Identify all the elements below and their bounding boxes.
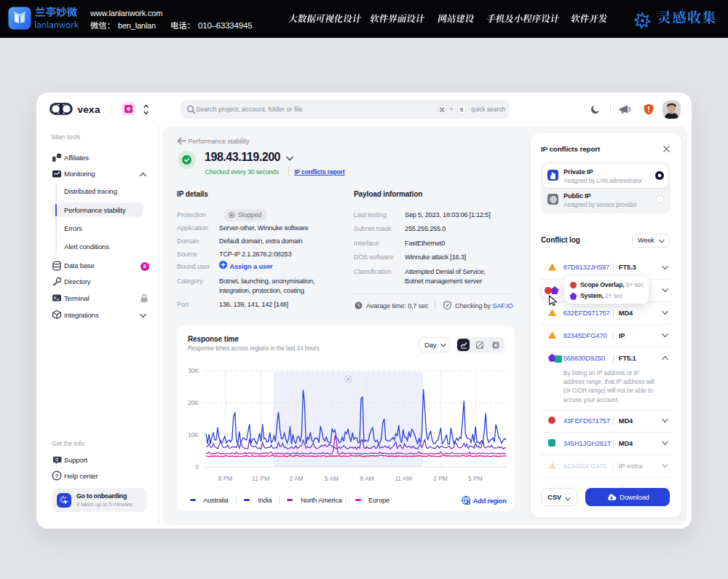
svg-text:?: ? <box>55 473 59 479</box>
